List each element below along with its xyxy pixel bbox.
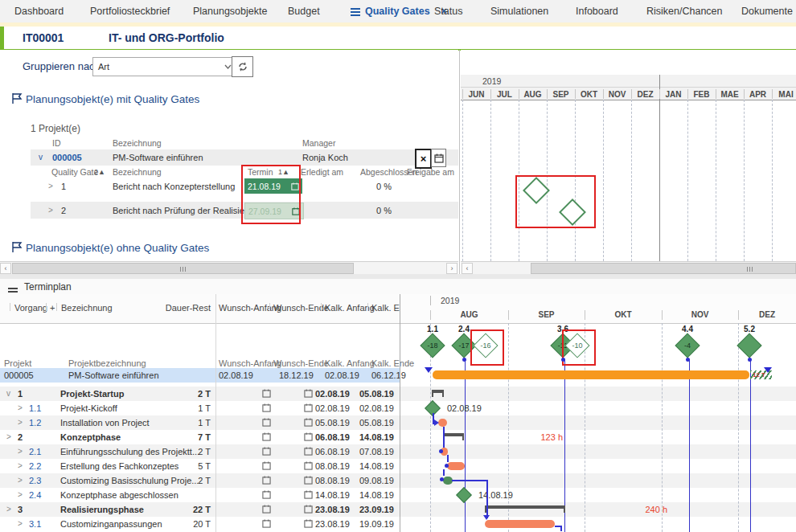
milestone-diamond-outline[interactable]: -16 — [473, 333, 498, 358]
calendar-icon[interactable] — [262, 519, 271, 530]
milestone-diamond-outline[interactable]: -10 — [564, 333, 589, 358]
table-row[interactable]: >2Konzeptphase7 T06.08.1914.08.19 — [0, 430, 796, 444]
expand-arrow-icon[interactable]: > — [18, 473, 23, 488]
table-row[interactable]: v1Projekt-Startup2 T02.08.1905.08.19 — [0, 387, 796, 401]
tab-risiken-chancen[interactable]: Risiken/Chancen — [646, 0, 723, 23]
table-row[interactable]: >2.2Erstellung des Fachkonzeptes5 T08.08… — [0, 459, 796, 473]
column-splitter[interactable] — [215, 294, 216, 532]
calendar-icon[interactable] — [304, 447, 313, 457]
tab-planungsobjekte[interactable]: Planungsobjekte — [193, 0, 267, 23]
project-id[interactable]: 000005 — [52, 153, 82, 162]
milestone-diamond[interactable]: -17 — [451, 333, 476, 358]
calendar-icon[interactable] — [262, 389, 271, 399]
calendar-icon[interactable] — [262, 461, 271, 472]
task-number[interactable]: 2.1 — [29, 444, 41, 459]
calendar-icon[interactable] — [262, 447, 271, 457]
col-wunsch-anfang[interactable]: Wunsch-Anfang — [219, 303, 281, 313]
qg-col-done[interactable]: Erledigt am — [301, 167, 343, 177]
calendar-icon[interactable] — [262, 505, 271, 515]
calendar-icon[interactable] — [292, 207, 300, 215]
gantt-splitter[interactable] — [400, 294, 400, 532]
expand-arrow-icon[interactable]: > — [6, 502, 11, 517]
milestone-diamond[interactable]: -4 — [675, 333, 700, 358]
expand-arrow-icon[interactable]: v — [6, 387, 10, 401]
calendar-icon[interactable] — [304, 476, 313, 486]
col-vorgang[interactable]: Vorgang — [14, 303, 47, 313]
task-number[interactable]: 1 — [18, 387, 23, 401]
tab-dokumente[interactable]: Dokumente — [741, 0, 793, 23]
calendar-icon[interactable] — [262, 476, 271, 486]
calendar-icon[interactable] — [304, 432, 313, 443]
menu-icon[interactable] — [8, 291, 18, 293]
calendar-icon[interactable] — [262, 490, 271, 501]
expand-arrow-icon[interactable]: > — [18, 459, 23, 473]
quality-gate-row[interactable]: > 2 Bericht nach Prüfung der Realisierun… — [31, 202, 458, 219]
task-number[interactable]: 3.1 — [29, 517, 41, 531]
qg-col-name[interactable]: Bezeichnung — [113, 167, 162, 177]
table-row[interactable]: >2.1Einführungsschulung des Projektt...2… — [0, 444, 796, 459]
table-row[interactable]: >1.1Projekt-Kickoff1 T02.08.1902.08.19 — [0, 401, 796, 415]
calendar-icon[interactable] — [304, 461, 313, 472]
project-summary-row[interactable]: 000005 PM-Software einführen 02.08.19 18… — [0, 368, 400, 383]
task-number[interactable]: 2.4 — [29, 488, 41, 502]
task-number[interactable]: 2.2 — [29, 459, 41, 473]
col-kalk-ende[interactable]: Kalk. Ende — [371, 303, 414, 313]
task-number[interactable]: 2 — [18, 430, 23, 444]
scroll-left-button[interactable]: ‹ — [462, 263, 473, 274]
remove-button[interactable]: × — [415, 149, 432, 169]
milestone-diamond[interactable] — [737, 333, 761, 358]
tab-quality-gates[interactable]: Quality Gates× — [351, 0, 447, 23]
qg-col-released[interactable]: Freigabe am — [407, 167, 454, 177]
calendar-icon[interactable] — [304, 505, 313, 515]
expand-arrow-icon[interactable]: > — [18, 401, 23, 415]
scrollbar-thumb[interactable] — [12, 263, 354, 274]
task-number[interactable]: 3 — [18, 502, 23, 517]
quality-gate-row[interactable]: > 1 Bericht nach Konzepterstellung 21.08… — [31, 178, 458, 194]
project-row[interactable]: v 000005 PM-Software einführen Ronja Koc… — [31, 149, 458, 166]
calendar-icon[interactable] — [304, 389, 313, 399]
scroll-right-button[interactable]: › — [446, 263, 457, 274]
expand-arrow-icon[interactable]: > — [18, 517, 23, 531]
pane-divider[interactable] — [459, 50, 460, 274]
milestone-diamond[interactable]: -18 — [420, 333, 445, 358]
tab-infoboard[interactable]: Infoboard — [576, 0, 618, 23]
col-bezeichnung[interactable]: Bezeichnung — [61, 303, 113, 313]
qg-col-gate[interactable]: Quality Gate — [51, 167, 98, 177]
calendar-icon[interactable] — [262, 418, 271, 428]
qg-termin-field[interactable]: 27.09.19 — [244, 203, 304, 219]
qg-col-termin[interactable]: Termin — [248, 167, 273, 177]
tab-simulationen[interactable]: Simulationen — [490, 0, 548, 23]
expand-arrow-icon[interactable]: > — [18, 444, 23, 459]
milestone-diamond[interactable]: -11 — [550, 333, 575, 358]
task-number[interactable]: 1.2 — [29, 415, 41, 430]
calendar-icon[interactable] — [262, 403, 271, 414]
table-row[interactable]: >3.1Customizinganpassungen20 T23.08.1919… — [0, 517, 796, 531]
table-row[interactable]: >1.2Installation von Project1 T05.08.190… — [0, 415, 796, 430]
table-row[interactable]: >2.3Customizing Basisschulung Proje...2 … — [0, 473, 796, 488]
col-dauer-rest[interactable]: Dauer-Rest — [161, 303, 211, 313]
refresh-button[interactable] — [232, 56, 253, 77]
tab-dashboard[interactable]: Dashboard — [14, 0, 64, 23]
table-row[interactable]: >2.4Konzeptphase abgeschlossen14.08.1914… — [0, 488, 796, 502]
calendar-icon[interactable] — [304, 418, 313, 428]
tab-status[interactable]: Status — [434, 0, 462, 23]
tab-portfoliosteckbrief[interactable]: Portfoliosteckbrief — [90, 0, 170, 23]
task-number[interactable]: 1.1 — [29, 401, 41, 415]
menu-icon[interactable] — [351, 11, 360, 13]
calendar-icon[interactable] — [304, 403, 313, 414]
expand-arrow-icon[interactable]: > — [6, 430, 11, 444]
milestone-diamond-outline[interactable] — [559, 198, 586, 226]
scroll-left-button[interactable]: ‹ — [0, 263, 11, 274]
project-gantt-bar[interactable] — [433, 370, 749, 379]
milestone-diamond-outline[interactable] — [523, 177, 550, 204]
group-by-select[interactable]: Art — [92, 57, 237, 76]
calendar-icon[interactable] — [304, 519, 313, 530]
scrollbar-thumb[interactable] — [531, 263, 796, 274]
calendar-button[interactable] — [431, 149, 446, 167]
qg-termin-field[interactable]: 21.08.19 — [244, 178, 302, 194]
calendar-icon[interactable] — [304, 490, 313, 501]
collapse-arrow-icon[interactable]: v — [39, 153, 43, 162]
tab-budget[interactable]: Budget — [288, 0, 320, 23]
expand-arrow-icon[interactable]: > — [18, 415, 23, 430]
table-row[interactable]: >3Realisierungsphase22 T23.08.1923.09.19 — [0, 502, 796, 517]
